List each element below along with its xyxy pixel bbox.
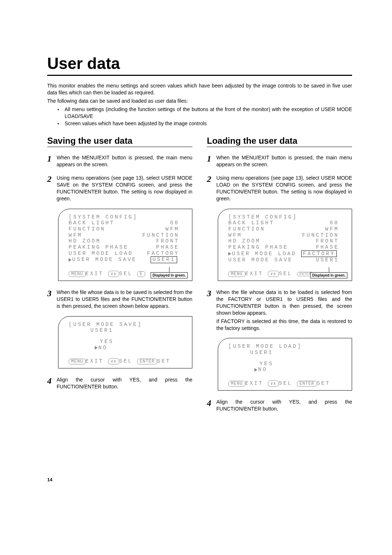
step-number: 3 <box>47 289 57 310</box>
cfg-row: FUNCTION WFM <box>228 226 344 232</box>
intro-bullet-1: All menu settings (including the functio… <box>65 106 352 120</box>
loading-step-3: 3 When the file whose data is to be load… <box>207 289 352 331</box>
step-text: When the file whose data is to be loaded… <box>216 289 352 331</box>
step-text: Using menu operations (see page 13), sel… <box>216 175 352 202</box>
loading-step-4: 4 Align the cursor with YES, and press t… <box>207 399 352 412</box>
loading-rule <box>207 147 352 147</box>
step-text: Using menu operations (see page 13), sel… <box>57 175 192 202</box>
screen-footer: MENUEXIT ∨∧SEL ENTERSET Displayed in gre… <box>218 268 352 281</box>
enter-button-icon: ENTER <box>297 381 317 387</box>
confirm-no: NO <box>228 367 344 373</box>
step-number: 3 <box>207 289 216 331</box>
intro-bullet-2: Screen values which have been adjusted b… <box>65 120 352 127</box>
loading-step-2: 2 Using menu operations (see page 13), s… <box>207 175 352 202</box>
cfg-row: USER MODE LOAD FACTORY <box>69 250 185 257</box>
step-text: When the file whose data is to be saved … <box>57 289 192 310</box>
confirm-title: [USER MODE SAVE] <box>69 322 185 328</box>
saving-step-2: 2 Using menu operations (see page 13), s… <box>47 175 192 202</box>
screen-footer: MENUEXIT ∨∧SEL E Displayed in green. <box>58 268 192 281</box>
saving-step-3: 3 When the file whose data is to be save… <box>47 289 192 310</box>
cfg-row: USER MODE SAVE USER1 <box>228 257 344 263</box>
user-mode-load-screen: [USER MODE LOAD] USER1 YES NO MENUEXIT ∨… <box>218 338 352 391</box>
intro-paragraph-2: The following data can be saved and load… <box>47 98 352 105</box>
loading-heading: Loading the user data <box>207 136 352 146</box>
green-callout: Displayed in green. <box>151 272 188 278</box>
step-number: 1 <box>47 154 57 168</box>
screen-title: [SYSTEM CONFIG] <box>69 214 185 220</box>
step-number: 2 <box>207 175 216 202</box>
cfg-row: PEAKING PHASE PHASE <box>228 244 344 250</box>
enter-button-icon: ENTER <box>137 359 157 364</box>
cursor-icon <box>95 346 98 350</box>
user-mode-save-screen: [USER MODE SAVE] USER1 YES NO MENUEXIT ∨… <box>58 316 192 369</box>
step-number: 4 <box>47 376 57 390</box>
screen-title: [SYSTEM CONFIG] <box>228 214 344 220</box>
cfg-row: HD ZOOM FRONT <box>69 238 185 244</box>
step-text: Align the cursor with YES, and press the… <box>216 399 352 412</box>
step-text: Align the cursor with YES, and press the… <box>57 376 192 390</box>
saving-step-1: 1 When the MENU/EXIT button is pressed, … <box>47 154 192 168</box>
menu-button-icon: MENU <box>228 381 245 387</box>
menu-button-icon: MENU <box>69 359 86 364</box>
cfg-row: BACK LIGHT 60 <box>228 220 344 226</box>
cursor-icon <box>254 368 257 372</box>
screen-footer: MENUEXIT ∨∧SEL ENTERSET <box>58 355 192 368</box>
step-extra-note: If FACTORY is selected at this time, the… <box>216 318 352 332</box>
cfg-row-selected: USER MODE SAVE USER1 <box>69 256 185 263</box>
system-config-screen-save: [SYSTEM CONFIG] BACK LIGHT 60 FUNCTION W… <box>58 209 192 281</box>
saving-heading: Saving the user data <box>47 136 192 146</box>
saving-column: Saving the user data 1 When the MENU/EXI… <box>47 136 192 419</box>
cursor-icon <box>228 252 231 256</box>
updown-button-icon: ∨∧ <box>268 271 279 277</box>
highlighted-value: USER1 <box>151 256 177 263</box>
menu-button-icon: MENU <box>69 271 86 277</box>
confirm-yes: YES <box>69 339 185 345</box>
intro-bullets: All menu settings (including the functio… <box>47 106 352 127</box>
step-number: 1 <box>207 154 216 168</box>
cfg-row: FUNCTION WFM <box>69 226 185 232</box>
confirm-file: USER1 <box>228 350 344 356</box>
page-number: 14 <box>47 477 352 482</box>
updown-button-icon: ∨∧ <box>268 380 279 387</box>
cursor-icon <box>69 258 72 262</box>
loading-column: Loading the user data 1 When the MENU/EX… <box>207 136 352 419</box>
step-text: When the MENU/EXIT button is pressed, th… <box>216 154 352 168</box>
cfg-row: HD ZOOM FRONT <box>228 238 344 244</box>
step-number: 2 <box>47 175 57 202</box>
confirm-yes: YES <box>228 361 344 367</box>
screen-footer: MENUEXIT ∨∧SEL ENTERSET <box>218 377 352 390</box>
loading-step-1: 1 When the MENU/EXIT button is pressed, … <box>207 154 352 168</box>
step-text: When the MENU/EXIT button is pressed, th… <box>57 154 192 168</box>
intro-paragraph-1: This monitor enables the menu settings a… <box>47 82 352 96</box>
enter-button-icon: E <box>137 271 145 277</box>
highlighted-value: FACTORY <box>301 250 337 257</box>
saving-step-4: 4 Align the cursor with YES, and press t… <box>47 376 192 390</box>
updown-button-icon: ∨∧ <box>108 271 119 277</box>
menu-button-icon: MENU <box>228 271 245 277</box>
step-number: 4 <box>207 399 216 412</box>
page-title: User data <box>47 54 352 73</box>
cfg-row-selected: USER MODE LOAD FACTORY <box>228 250 344 257</box>
cfg-row: WFM FUNCTION <box>69 232 185 238</box>
cfg-row: BACK LIGHT 60 <box>69 220 185 226</box>
saving-rule <box>47 147 192 147</box>
confirm-no: NO <box>69 345 185 351</box>
updown-button-icon: ∨∧ <box>108 358 119 364</box>
system-config-screen-load: [SYSTEM CONFIG] BACK LIGHT 60 FUNCTION W… <box>218 209 352 281</box>
green-callout: Displayed in green. <box>310 272 347 278</box>
cfg-row: PEAKING PHASE PHASE <box>69 244 185 250</box>
title-rule <box>47 75 352 76</box>
cfg-row: WFM FUNCTION <box>228 232 344 238</box>
confirm-title: [USER MODE LOAD] <box>228 343 344 350</box>
confirm-file: USER1 <box>69 327 185 334</box>
